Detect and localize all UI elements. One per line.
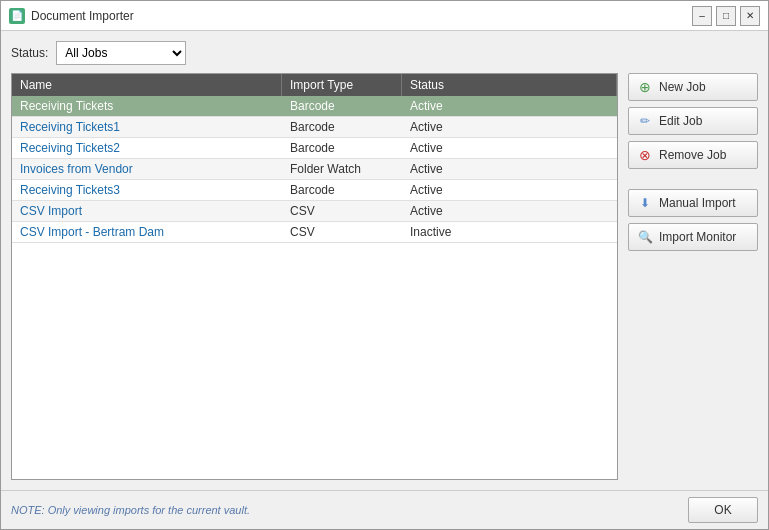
remove-job-label: Remove Job xyxy=(659,148,726,162)
status-label: Status: xyxy=(11,46,48,60)
table-row[interactable]: CSV Import - Bertram DamCSVInactive xyxy=(12,222,617,243)
title-bar-left: 📄 Document Importer xyxy=(9,8,134,24)
table-row[interactable]: Invoices from VendorFolder WatchActive xyxy=(12,159,617,180)
minimize-button[interactable]: – xyxy=(692,6,712,26)
new-job-label: New Job xyxy=(659,80,706,94)
edit-job-icon: ✏ xyxy=(637,113,653,129)
btn-spacer xyxy=(628,175,758,183)
cell-name: Receiving Tickets1 xyxy=(12,117,282,137)
col-header-type: Import Type xyxy=(282,74,402,96)
cell-type: Folder Watch xyxy=(282,159,402,179)
main-window: 📄 Document Importer – □ ✕ Status: All Jo… xyxy=(0,0,769,530)
edit-job-label: Edit Job xyxy=(659,114,702,128)
status-row: Status: All Jobs Active Inactive xyxy=(11,41,758,65)
window-title: Document Importer xyxy=(31,9,134,23)
import-monitor-button[interactable]: 🔍 Import Monitor xyxy=(628,223,758,251)
app-icon: 📄 xyxy=(9,8,25,24)
cell-status: Active xyxy=(402,159,617,179)
title-bar: 📄 Document Importer – □ ✕ xyxy=(1,1,768,31)
cell-status: Inactive xyxy=(402,222,617,242)
cell-status: Active xyxy=(402,96,617,116)
manual-import-button[interactable]: ⬇ Manual Import xyxy=(628,189,758,217)
cell-type: Barcode xyxy=(282,180,402,200)
remove-job-icon: ⊗ xyxy=(637,147,653,163)
edit-job-button[interactable]: ✏ Edit Job xyxy=(628,107,758,135)
cell-type: Barcode xyxy=(282,96,402,116)
import-monitor-icon: 🔍 xyxy=(637,229,653,245)
new-job-button[interactable]: ⊕ New Job xyxy=(628,73,758,101)
cell-name: Invoices from Vendor xyxy=(12,159,282,179)
main-area: Name Import Type Status Receiving Ticket… xyxy=(11,73,758,480)
jobs-table: Name Import Type Status Receiving Ticket… xyxy=(11,73,618,480)
cell-type: Barcode xyxy=(282,138,402,158)
cell-status: Active xyxy=(402,117,617,137)
remove-job-button[interactable]: ⊗ Remove Job xyxy=(628,141,758,169)
title-bar-controls: – □ ✕ xyxy=(692,6,760,26)
cell-status: Active xyxy=(402,201,617,221)
cell-name: Receiving Tickets3 xyxy=(12,180,282,200)
table-row[interactable]: Receiving Tickets3BarcodeActive xyxy=(12,180,617,201)
col-header-status: Status xyxy=(402,74,617,96)
cell-type: CSV xyxy=(282,201,402,221)
main-content: Status: All Jobs Active Inactive Name Im… xyxy=(1,31,768,490)
cell-name: CSV Import - Bertram Dam xyxy=(12,222,282,242)
manual-import-label: Manual Import xyxy=(659,196,736,210)
table-row[interactable]: Receiving TicketsBarcodeActive xyxy=(12,96,617,117)
cell-name: CSV Import xyxy=(12,201,282,221)
maximize-button[interactable]: □ xyxy=(716,6,736,26)
col-header-name: Name xyxy=(12,74,282,96)
table-header: Name Import Type Status xyxy=(12,74,617,96)
ok-button[interactable]: OK xyxy=(688,497,758,523)
footer-note: NOTE: Only viewing imports for the curre… xyxy=(11,504,250,516)
manual-import-icon: ⬇ xyxy=(637,195,653,211)
import-monitor-label: Import Monitor xyxy=(659,230,736,244)
cell-name: Receiving Tickets2 xyxy=(12,138,282,158)
cell-status: Active xyxy=(402,180,617,200)
cell-status: Active xyxy=(402,138,617,158)
cell-name: Receiving Tickets xyxy=(12,96,282,116)
close-button[interactable]: ✕ xyxy=(740,6,760,26)
table-body: Receiving TicketsBarcodeActiveReceiving … xyxy=(12,96,617,479)
table-row[interactable]: Receiving Tickets2BarcodeActive xyxy=(12,138,617,159)
footer: NOTE: Only viewing imports for the curre… xyxy=(1,490,768,529)
table-row[interactable]: CSV ImportCSVActive xyxy=(12,201,617,222)
new-job-icon: ⊕ xyxy=(637,79,653,95)
status-select[interactable]: All Jobs Active Inactive xyxy=(56,41,186,65)
sidebar: ⊕ New Job ✏ Edit Job ⊗ Remove Job ⬇ Manu… xyxy=(628,73,758,480)
cell-type: CSV xyxy=(282,222,402,242)
cell-type: Barcode xyxy=(282,117,402,137)
table-row[interactable]: Receiving Tickets1BarcodeActive xyxy=(12,117,617,138)
